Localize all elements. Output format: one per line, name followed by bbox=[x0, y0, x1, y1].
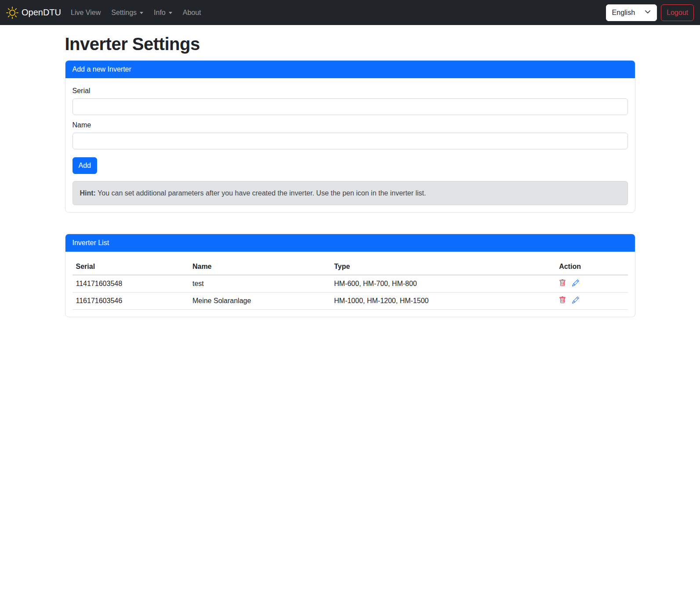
cell-type: HM-600, HM-700, HM-800 bbox=[330, 275, 555, 293]
cell-type: HM-1000, HM-1200, HM-1500 bbox=[330, 293, 555, 310]
name-field-group: Name bbox=[73, 121, 628, 149]
caret-down-icon bbox=[169, 12, 172, 14]
navbar: OpenDTU Live View Settings Info About En… bbox=[0, 0, 700, 25]
serial-input[interactable] bbox=[73, 98, 628, 115]
navbar-right: English Logout bbox=[606, 4, 694, 21]
column-header-serial: Serial bbox=[73, 259, 189, 275]
add-inverter-card-body: Serial Name Add Hint: You can set additi… bbox=[65, 78, 635, 212]
nav-item-info[interactable]: Info bbox=[150, 5, 176, 20]
nav-item-about[interactable]: About bbox=[179, 5, 205, 20]
cell-name: Meine Solaranlage bbox=[189, 293, 330, 310]
column-header-name: Name bbox=[189, 259, 330, 275]
column-header-type: Type bbox=[330, 259, 555, 275]
serial-label: Serial bbox=[73, 87, 628, 95]
page-title: Inverter Settings bbox=[65, 34, 635, 54]
brand-label: OpenDTU bbox=[22, 7, 61, 18]
add-inverter-card-header: Add a new Inverter bbox=[65, 61, 635, 78]
table-row: 114171603548 test HM-600, HM-700, HM-800 bbox=[73, 275, 628, 293]
trash-icon bbox=[559, 297, 566, 305]
nav-item-settings[interactable]: Settings bbox=[108, 5, 147, 20]
sun-icon bbox=[6, 7, 18, 19]
edit-inverter-button[interactable] bbox=[572, 297, 579, 305]
cell-serial: 114171603548 bbox=[73, 275, 189, 293]
chevron-down-icon bbox=[645, 9, 651, 17]
cell-name: test bbox=[189, 275, 330, 293]
table-header-row: Serial Name Type Action bbox=[73, 259, 628, 275]
edit-inverter-button[interactable] bbox=[572, 279, 579, 288]
nav-item-settings-label: Settings bbox=[111, 9, 137, 16]
name-label: Name bbox=[73, 121, 628, 129]
table-row: 116171603546 Meine Solaranlage HM-1000, … bbox=[73, 293, 628, 310]
main-content: Inverter Settings Add a new Inverter Ser… bbox=[60, 25, 641, 317]
cell-serial: 116171603546 bbox=[73, 293, 189, 310]
trash-icon bbox=[559, 280, 566, 288]
inverter-table: Serial Name Type Action 114171603548 tes… bbox=[73, 259, 628, 310]
inverter-list-card-header: Inverter List bbox=[65, 234, 635, 252]
logout-button[interactable]: Logout bbox=[661, 4, 694, 21]
caret-down-icon bbox=[140, 12, 143, 14]
cell-actions bbox=[555, 275, 627, 293]
nav-links: Live View Settings Info About bbox=[67, 5, 208, 20]
language-select-value: English bbox=[612, 9, 635, 17]
hint-text: You can set additional parameters after … bbox=[96, 189, 426, 197]
inverter-list-card: Inverter List Serial Name Type Action 11… bbox=[65, 234, 635, 317]
delete-inverter-button[interactable] bbox=[559, 279, 566, 288]
column-header-action: Action bbox=[555, 259, 627, 275]
brand[interactable]: OpenDTU bbox=[6, 7, 61, 19]
delete-inverter-button[interactable] bbox=[559, 297, 566, 305]
nav-item-live-view[interactable]: Live View bbox=[67, 5, 104, 20]
hint-label: Hint: bbox=[80, 189, 96, 197]
add-inverter-card: Add a new Inverter Serial Name Add Hint:… bbox=[65, 60, 635, 213]
add-button[interactable]: Add bbox=[73, 157, 97, 174]
pencil-icon bbox=[572, 280, 579, 288]
cell-actions bbox=[555, 293, 627, 310]
inverter-list-card-body: Serial Name Type Action 114171603548 tes… bbox=[65, 252, 635, 317]
language-select[interactable]: English bbox=[606, 4, 657, 21]
serial-field-group: Serial bbox=[73, 87, 628, 115]
hint-alert: Hint: You can set additional parameters … bbox=[73, 181, 628, 205]
nav-item-info-label: Info bbox=[154, 9, 166, 16]
name-input[interactable] bbox=[73, 133, 628, 149]
pencil-icon bbox=[572, 297, 579, 305]
